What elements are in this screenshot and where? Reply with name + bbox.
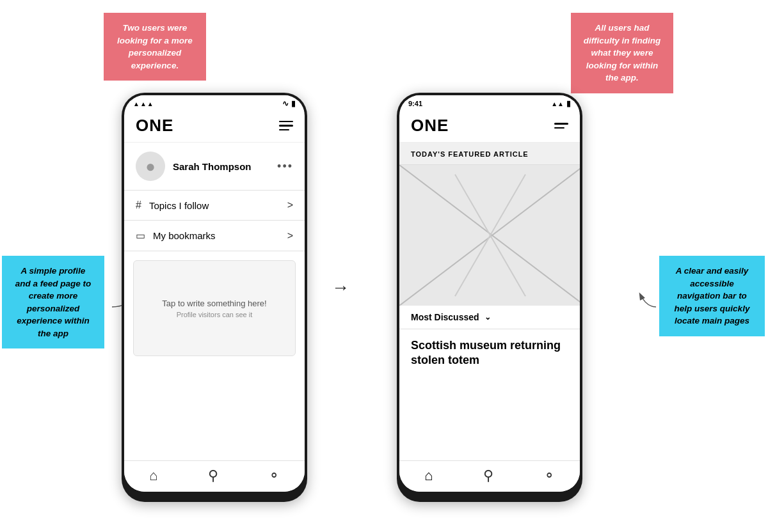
most-discussed-dropdown-icon: ⌄ [484,313,491,322]
left-nav-profile-icon[interactable]: ⚬ [268,467,280,484]
hamburger-line-1 [279,121,293,123]
right-time: 9:41 [408,100,422,107]
write-area-sub-text: Profile visitors can see it [177,311,253,318]
left-status-icons: ∿ ▮ [282,99,296,108]
bookmarks-label: My bookmarks [153,230,287,241]
most-discussed-label: Most Discussed [411,312,479,322]
right-phone-screen: 9:41 ▲▲ ▮ ONE TODAY'S FEATURED ARTICLE [399,95,580,492]
wifi-icon: ∿ [282,99,289,108]
article-preview: Scottish museum returning stolen totem [399,329,580,377]
right-nav-profile-icon[interactable]: ⚬ [543,467,555,484]
left-nav-search-icon[interactable]: ⚲ [208,467,218,484]
topics-menu-item[interactable]: # Topics I follow > [124,191,305,221]
sticky-mid-left: A simple profile and a feed page to crea… [2,256,104,348]
left-app-header: ONE [124,111,305,143]
profile-name: Sarah Thompson [173,161,269,172]
hamburger-line-2 [279,125,293,127]
left-bottom-nav: ⌂ ⚲ ⚬ [124,460,305,492]
bookmarks-chevron: > [287,230,293,242]
right-app-header: ONE [399,111,580,143]
write-area-main-text: Tap to write something here! [162,299,266,308]
right-hamburger-line-1 [554,123,568,125]
write-area[interactable]: Tap to write something here! Profile vis… [133,260,296,356]
avatar: ● [136,152,165,181]
right-signal-icon: ▲▲ [551,100,564,107]
hamburger-line-3 [279,129,289,131]
sticky-top-left: Two users were looking for a more person… [104,13,206,81]
right-status-icons: ▲▲ ▮ [551,99,571,108]
left-phone-device: ▲▲▲ ∿ ▮ ONE [122,93,307,502]
right-app-logo: ONE [411,116,449,136]
right-nav-search-icon[interactable]: ⚲ [483,467,493,484]
right-status-bar: 9:41 ▲▲ ▮ [399,95,580,111]
left-phone-wrapper: ▲▲▲ ∿ ▮ ONE [122,93,307,502]
topics-chevron: > [287,199,293,211]
sticky-top-right: All users had difficulty in finding what… [571,13,673,93]
topics-label: Topics I follow [149,200,287,211]
left-signal: ▲▲▲ [133,100,154,107]
left-hamburger-icon[interactable] [279,121,293,131]
article-title: Scottish museum returning stolen totem [411,338,568,368]
right-nav-home-icon[interactable]: ⌂ [424,467,433,484]
right-phone-device: 9:41 ▲▲ ▮ ONE TODAY'S FEATURED ARTICLE [397,93,582,502]
featured-image-placeholder [399,165,580,306]
left-status-bar: ▲▲▲ ∿ ▮ [124,95,305,111]
hashtag-icon: # [136,199,141,211]
placeholder-x-svg [399,165,580,306]
right-bottom-nav: ⌂ ⚲ ⚬ [399,460,580,492]
left-nav-home-icon[interactable]: ⌂ [149,467,157,484]
right-hamburger-line-2 [554,127,564,129]
left-app-logo: ONE [136,116,173,136]
dots-menu-button[interactable]: ••• [277,160,293,173]
left-phone-screen: ▲▲▲ ∿ ▮ ONE [124,95,305,492]
scene: Two users were looking for a more person… [0,0,768,532]
profile-section: ● Sarah Thompson ••• [124,143,305,191]
right-battery-icon: ▮ [566,99,571,108]
featured-article-label: TODAY'S FEATURED ARTICLE [399,143,580,165]
sticky-mid-right: A clear and easily accessible navigation… [659,256,765,336]
right-phone-wrapper: 9:41 ▲▲ ▮ ONE TODAY'S FEATURED ARTICLE [397,93,582,502]
right-hamburger-icon[interactable] [554,123,568,129]
bookmark-icon: ▭ [136,230,145,242]
arrow-between-phones: → [332,278,349,298]
battery-icon: ▮ [291,99,296,108]
most-discussed-row[interactable]: Most Discussed ⌄ [399,306,580,329]
bookmarks-menu-item[interactable]: ▭ My bookmarks > [124,221,305,251]
user-avatar-icon: ● [145,157,156,176]
